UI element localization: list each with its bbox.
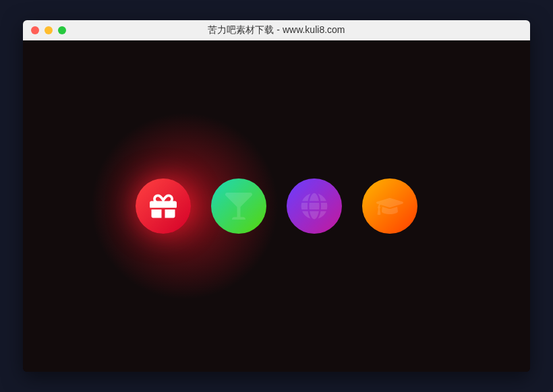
browser-window: 苦力吧素材下载 - www.kuli8.com (23, 20, 530, 372)
maximize-button[interactable] (58, 26, 66, 34)
gift-button[interactable] (136, 178, 191, 234)
graduation-button[interactable] (362, 178, 417, 234)
globe-button[interactable] (287, 178, 342, 234)
content-area (23, 40, 530, 372)
titlebar: 苦力吧素材下载 - www.kuli8.com (23, 20, 530, 40)
graduation-cap-icon (376, 193, 403, 220)
traffic-lights (31, 26, 66, 34)
minimize-button[interactable] (45, 26, 53, 34)
cocktail-button[interactable] (211, 178, 266, 234)
window-title: 苦力吧素材下载 - www.kuli8.com (208, 24, 345, 36)
globe-icon (301, 193, 328, 220)
icon-row (136, 178, 417, 234)
gift-icon (150, 193, 177, 220)
close-button[interactable] (31, 26, 39, 34)
cocktail-icon (225, 193, 252, 220)
